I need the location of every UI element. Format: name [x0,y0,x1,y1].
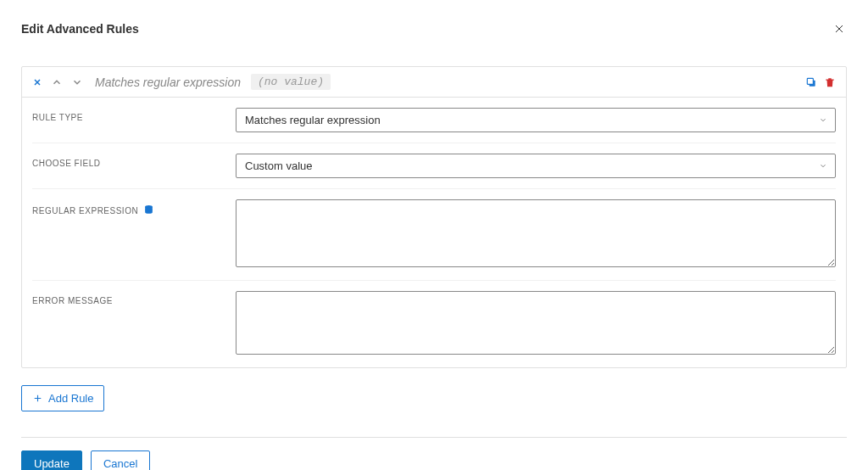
close-icon [832,22,846,36]
plus-icon [32,393,43,404]
chevron-up-icon [51,76,63,88]
rule-summary-title: Matches regular expression [95,76,241,89]
rule-body: Rule Type Matches regular expression Cho… [22,98,846,367]
choose-field-row: Choose Field Custom value [32,143,836,189]
rule-header-left: Matches regular expression (no value) [32,74,797,90]
edit-advanced-rules-modal: Edit Advanced Rules Matches regular expr… [0,0,868,470]
chevron-down-icon [71,76,83,88]
remove-rule-button[interactable] [32,77,42,87]
regex-label: Regular Expression [32,199,236,217]
footer-divider [21,437,847,438]
choose-field-control: Custom value [236,154,836,178]
copy-icon [805,76,817,88]
regex-label-text: Regular Expression [32,206,138,215]
rule-type-select[interactable]: Matches regular expression [236,108,836,132]
error-message-label: Error Message [32,291,236,305]
footer-actions: Update Cancel [21,450,847,470]
regex-textarea[interactable] [236,199,836,267]
regex-control [236,199,836,270]
rule-header: Matches regular expression (no value) [22,67,846,98]
modal-header: Edit Advanced Rules [21,21,847,36]
error-message-row: Error Message [32,281,836,367]
update-button[interactable]: Update [21,450,82,470]
database-icon [143,204,154,217]
rule-summary-value-badge: (no value) [251,74,331,90]
duplicate-rule-button[interactable] [805,76,817,88]
trash-icon [824,76,836,88]
rule-header-right [805,76,836,88]
choose-field-select[interactable]: Custom value [236,154,836,178]
error-message-textarea[interactable] [236,291,836,355]
rule-card: Matches regular expression (no value) Ru… [21,66,847,368]
close-button[interactable] [832,21,847,36]
cancel-button[interactable]: Cancel [91,450,150,470]
delete-rule-button[interactable] [824,76,836,88]
choose-field-label: Choose Field [32,154,236,168]
rule-type-label: Rule Type [32,108,236,122]
svg-rect-1 [807,78,813,84]
x-icon [32,77,42,87]
rule-type-row: Rule Type Matches regular expression [32,98,836,143]
rule-type-control: Matches regular expression [236,108,836,132]
move-up-button[interactable] [51,76,63,88]
regex-row: Regular Expression [32,189,836,281]
add-rule-button[interactable]: Add Rule [21,385,104,411]
modal-title: Edit Advanced Rules [21,22,139,36]
error-message-control [236,291,836,357]
add-rule-label: Add Rule [48,392,93,405]
move-down-button[interactable] [71,76,83,88]
